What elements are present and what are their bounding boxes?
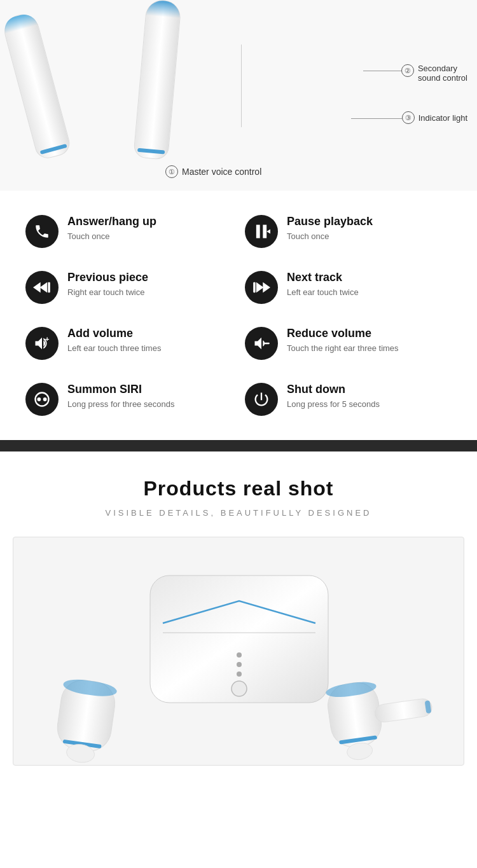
svg-point-18 <box>237 672 242 677</box>
svg-rect-8 <box>253 282 256 293</box>
secondary-line1: Secondary <box>418 64 467 73</box>
svg-marker-0 <box>256 225 260 238</box>
pause-text: Pause playback Touch once <box>287 215 373 242</box>
volume-down-icon <box>245 327 278 360</box>
forward-icon <box>245 271 278 304</box>
control-volume-down: Reduce volume Touch the right ear three … <box>238 315 458 371</box>
svg-marker-2 <box>266 230 270 234</box>
svg-rect-5 <box>48 282 50 293</box>
secondary-line2: sound control <box>418 73 467 83</box>
control-answer: Answer/hang up Touch once <box>19 203 238 259</box>
siri-subtitle: Long press for three seconds <box>67 399 174 410</box>
master-text: Master voice control <box>182 167 261 177</box>
rewind-icon <box>25 271 59 304</box>
svg-point-13 <box>43 397 47 401</box>
svg-marker-3 <box>40 282 48 293</box>
controls-grid: Answer/hang up Touch once Pause playback… <box>19 203 458 427</box>
siri-title: Summon SIRI <box>67 383 174 396</box>
shutdown-subtitle: Long press for 5 seconds <box>287 399 380 410</box>
annotation-master: ① Master voice control <box>165 165 261 178</box>
svg-point-19 <box>232 681 247 696</box>
earbuds-diagram: ② Secondary sound control ③ Indicator li… <box>0 0 477 191</box>
control-previous: Previous piece Right ear touch twice <box>19 259 238 315</box>
products-section: Products real shot VISIBLE DETAILS, BEAU… <box>0 451 477 778</box>
siri-text: Summon SIRI Long press for three seconds <box>67 383 174 410</box>
pause-icon <box>245 215 278 248</box>
control-shutdown: Shut down Long press for 5 seconds <box>238 371 458 427</box>
svg-point-16 <box>237 652 242 658</box>
svg-marker-4 <box>33 282 41 293</box>
answer-text: Answer/hang up Touch once <box>67 215 156 242</box>
svg-marker-7 <box>263 282 270 293</box>
pause-title: Pause playback <box>287 215 373 228</box>
next-text: Next track Left ear touch twice <box>287 271 359 298</box>
volume-down-title: Reduce volume <box>287 327 399 340</box>
next-title: Next track <box>287 271 359 284</box>
control-next: Next track Left ear touch twice <box>238 259 458 315</box>
annotation-secondary: ② Secondary sound control <box>401 64 467 83</box>
siri-icon <box>25 383 59 416</box>
previous-title: Previous piece <box>67 271 148 284</box>
annotation-indicator: ③ Indicator light <box>402 111 467 124</box>
earbud-left-image <box>1 11 73 161</box>
svg-marker-1 <box>263 225 266 238</box>
volume-down-text: Reduce volume Touch the right ear three … <box>287 327 399 354</box>
circle-1: ① <box>165 165 178 178</box>
circle-3: ③ <box>402 111 415 124</box>
products-subtitle: VISIBLE DETAILS, BEAUTIFULLY DESIGNED <box>13 508 464 518</box>
circle-2: ② <box>401 64 414 77</box>
product-image <box>13 537 464 766</box>
control-pause: Pause playback Touch once <box>238 203 458 259</box>
previous-text: Previous piece Right ear touch twice <box>67 271 148 298</box>
product-svg <box>13 537 464 766</box>
svg-marker-6 <box>256 282 264 293</box>
volume-up-subtitle: Left ear touch three times <box>67 343 161 354</box>
volume-up-text: Add volume Left ear touch three times <box>67 327 161 354</box>
volume-up-title: Add volume <box>67 327 161 340</box>
phone-icon <box>25 215 59 248</box>
volume-down-subtitle: Touch the right ear three times <box>287 343 399 354</box>
answer-title: Answer/hang up <box>67 215 156 228</box>
control-volume-up: + Add volume Left ear touch three times <box>19 315 238 371</box>
svg-rect-10 <box>264 343 270 344</box>
control-siri: Summon SIRI Long press for three seconds <box>19 371 238 427</box>
earbud-right-image <box>133 0 182 160</box>
previous-subtitle: Right ear touch twice <box>67 287 148 298</box>
pause-subtitle: Touch once <box>287 231 373 242</box>
svg-text:+: + <box>45 334 50 343</box>
volume-up-icon: + <box>25 327 59 360</box>
svg-rect-29 <box>374 698 433 723</box>
products-title: Products real shot <box>13 477 464 500</box>
svg-point-17 <box>237 662 242 667</box>
shutdown-title: Shut down <box>287 383 380 396</box>
indicator-text: Indicator light <box>418 113 467 123</box>
svg-point-12 <box>37 397 41 401</box>
answer-subtitle: Touch once <box>67 231 156 242</box>
controls-section: Answer/hang up Touch once Pause playback… <box>0 191 477 440</box>
shutdown-text: Shut down Long press for 5 seconds <box>287 383 380 410</box>
separator-bar <box>0 440 477 451</box>
next-subtitle: Left ear touch twice <box>287 287 359 298</box>
divider <box>241 45 242 127</box>
power-icon <box>245 383 278 416</box>
